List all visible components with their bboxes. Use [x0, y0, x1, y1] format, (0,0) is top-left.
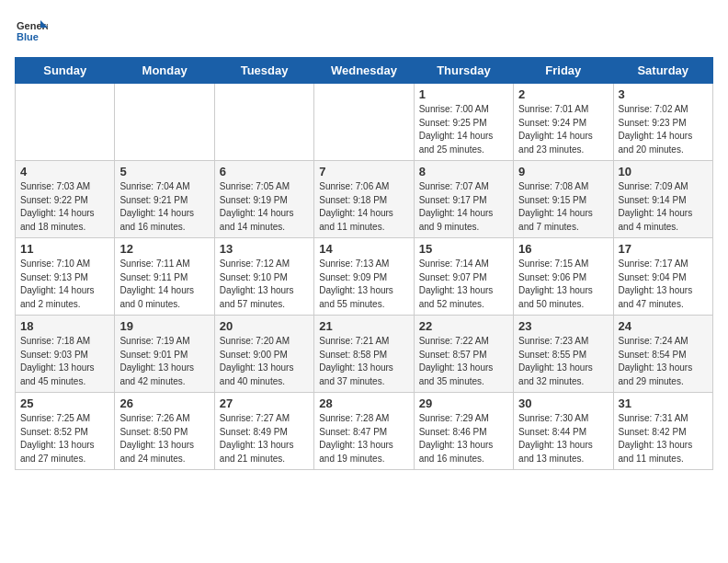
day-number: 26: [119, 396, 209, 410]
calendar-cell: 16Sunrise: 7:15 AM Sunset: 9:06 PM Dayli…: [514, 238, 613, 316]
day-number: 25: [20, 396, 109, 410]
day-info: Sunrise: 7:06 AM Sunset: 9:18 PM Dayligh…: [319, 180, 408, 234]
day-info: Sunrise: 7:07 AM Sunset: 9:17 PM Dayligh…: [419, 180, 508, 234]
calendar-cell: 24Sunrise: 7:24 AM Sunset: 8:54 PM Dayli…: [613, 316, 712, 393]
calendar-cell: 1Sunrise: 7:00 AM Sunset: 9:25 PM Daylig…: [414, 84, 513, 161]
col-header-tuesday: Tuesday: [214, 58, 313, 84]
calendar-cell: [16, 84, 115, 161]
day-info: Sunrise: 7:05 AM Sunset: 9:19 PM Dayligh…: [220, 180, 309, 234]
day-number: 8: [419, 165, 508, 178]
calendar-cell: 13Sunrise: 7:12 AM Sunset: 9:10 PM Dayli…: [214, 238, 313, 316]
col-header-thursday: Thursday: [414, 58, 513, 84]
calendar-cell: 8Sunrise: 7:07 AM Sunset: 9:17 PM Daylig…: [414, 161, 513, 238]
calendar-table: SundayMondayTuesdayWednesdayThursdayFrid…: [15, 57, 713, 470]
calendar-cell: 11Sunrise: 7:10 AM Sunset: 9:13 PM Dayli…: [16, 238, 115, 316]
day-number: 3: [619, 87, 708, 101]
calendar-cell: 29Sunrise: 7:29 AM Sunset: 8:46 PM Dayli…: [414, 393, 513, 470]
day-info: Sunrise: 7:04 AM Sunset: 9:21 PM Dayligh…: [119, 180, 209, 234]
calendar-cell: 14Sunrise: 7:13 AM Sunset: 9:09 PM Dayli…: [314, 238, 414, 316]
calendar-cell: 19Sunrise: 7:19 AM Sunset: 9:01 PM Dayli…: [115, 316, 214, 393]
calendar-cell: 9Sunrise: 7:08 AM Sunset: 9:15 PM Daylig…: [514, 161, 613, 238]
day-info: Sunrise: 7:27 AM Sunset: 8:49 PM Dayligh…: [220, 412, 309, 465]
day-number: 5: [119, 165, 209, 178]
calendar-cell: 5Sunrise: 7:04 AM Sunset: 9:21 PM Daylig…: [115, 161, 214, 238]
day-number: 15: [419, 242, 508, 256]
day-number: 12: [119, 242, 209, 256]
calendar-cell: 25Sunrise: 7:25 AM Sunset: 8:52 PM Dayli…: [16, 393, 115, 470]
calendar-cell: 26Sunrise: 7:26 AM Sunset: 8:50 PM Dayli…: [115, 393, 214, 470]
day-number: 11: [20, 242, 109, 256]
day-info: Sunrise: 7:25 AM Sunset: 8:52 PM Dayligh…: [20, 412, 109, 465]
day-number: 6: [220, 165, 309, 178]
calendar-cell: 6Sunrise: 7:05 AM Sunset: 9:19 PM Daylig…: [214, 161, 313, 238]
page-header: General Blue: [15, 15, 713, 48]
day-info: Sunrise: 7:31 AM Sunset: 8:42 PM Dayligh…: [619, 412, 708, 465]
svg-text:Blue: Blue: [17, 31, 39, 42]
day-number: 19: [119, 319, 209, 333]
logo-icon: General Blue: [15, 15, 48, 48]
day-info: Sunrise: 7:30 AM Sunset: 8:44 PM Dayligh…: [518, 412, 608, 465]
day-info: Sunrise: 7:28 AM Sunset: 8:47 PM Dayligh…: [319, 412, 408, 465]
day-info: Sunrise: 7:20 AM Sunset: 9:00 PM Dayligh…: [220, 335, 309, 388]
day-info: Sunrise: 7:24 AM Sunset: 8:54 PM Dayligh…: [619, 335, 708, 388]
day-info: Sunrise: 7:00 AM Sunset: 9:25 PM Dayligh…: [419, 103, 508, 156]
calendar-cell: 28Sunrise: 7:28 AM Sunset: 8:47 PM Dayli…: [314, 393, 414, 470]
day-number: 14: [319, 242, 408, 256]
day-info: Sunrise: 7:14 AM Sunset: 9:07 PM Dayligh…: [419, 258, 508, 311]
day-info: Sunrise: 7:21 AM Sunset: 8:58 PM Dayligh…: [319, 335, 408, 388]
calendar-cell: 2Sunrise: 7:01 AM Sunset: 9:24 PM Daylig…: [514, 84, 613, 161]
calendar-cell: 27Sunrise: 7:27 AM Sunset: 8:49 PM Dayli…: [214, 393, 313, 470]
day-info: Sunrise: 7:18 AM Sunset: 9:03 PM Dayligh…: [20, 335, 109, 388]
day-info: Sunrise: 7:03 AM Sunset: 9:22 PM Dayligh…: [20, 180, 109, 234]
day-number: 21: [319, 319, 408, 333]
day-info: Sunrise: 7:15 AM Sunset: 9:06 PM Dayligh…: [518, 258, 608, 311]
calendar-cell: 15Sunrise: 7:14 AM Sunset: 9:07 PM Dayli…: [414, 238, 513, 316]
day-info: Sunrise: 7:02 AM Sunset: 9:23 PM Dayligh…: [619, 103, 708, 156]
calendar-cell: 20Sunrise: 7:20 AM Sunset: 9:00 PM Dayli…: [214, 316, 313, 393]
day-info: Sunrise: 7:13 AM Sunset: 9:09 PM Dayligh…: [319, 258, 408, 311]
day-number: 22: [419, 319, 508, 333]
calendar-cell: [214, 84, 313, 161]
day-info: Sunrise: 7:01 AM Sunset: 9:24 PM Dayligh…: [518, 103, 608, 156]
day-number: 16: [518, 242, 608, 256]
day-number: 7: [319, 165, 408, 178]
calendar-cell: 31Sunrise: 7:31 AM Sunset: 8:42 PM Dayli…: [613, 393, 712, 470]
day-number: 20: [220, 319, 309, 333]
day-number: 17: [619, 242, 708, 256]
day-info: Sunrise: 7:19 AM Sunset: 9:01 PM Dayligh…: [119, 335, 209, 388]
day-number: 10: [619, 165, 708, 178]
day-number: 1: [419, 87, 508, 101]
calendar-cell: 30Sunrise: 7:30 AM Sunset: 8:44 PM Dayli…: [514, 393, 613, 470]
day-info: Sunrise: 7:17 AM Sunset: 9:04 PM Dayligh…: [619, 258, 708, 311]
day-info: Sunrise: 7:10 AM Sunset: 9:13 PM Dayligh…: [20, 258, 109, 311]
logo: General Blue: [15, 15, 48, 48]
calendar-cell: 12Sunrise: 7:11 AM Sunset: 9:11 PM Dayli…: [115, 238, 214, 316]
day-number: 28: [319, 396, 408, 410]
calendar-cell: [314, 84, 414, 161]
calendar-cell: [115, 84, 214, 161]
day-info: Sunrise: 7:29 AM Sunset: 8:46 PM Dayligh…: [419, 412, 508, 465]
col-header-sunday: Sunday: [16, 58, 115, 84]
col-header-friday: Friday: [514, 58, 613, 84]
day-info: Sunrise: 7:11 AM Sunset: 9:11 PM Dayligh…: [119, 258, 209, 311]
calendar-cell: 17Sunrise: 7:17 AM Sunset: 9:04 PM Dayli…: [613, 238, 712, 316]
day-info: Sunrise: 7:09 AM Sunset: 9:14 PM Dayligh…: [619, 180, 708, 234]
day-info: Sunrise: 7:23 AM Sunset: 8:55 PM Dayligh…: [518, 335, 608, 388]
day-number: 13: [220, 242, 309, 256]
day-number: 29: [419, 396, 508, 410]
col-header-wednesday: Wednesday: [314, 58, 414, 84]
day-number: 2: [518, 87, 608, 101]
day-number: 31: [619, 396, 708, 410]
calendar-cell: 7Sunrise: 7:06 AM Sunset: 9:18 PM Daylig…: [314, 161, 414, 238]
calendar-cell: 18Sunrise: 7:18 AM Sunset: 9:03 PM Dayli…: [16, 316, 115, 393]
calendar-cell: 10Sunrise: 7:09 AM Sunset: 9:14 PM Dayli…: [613, 161, 712, 238]
calendar-cell: 23Sunrise: 7:23 AM Sunset: 8:55 PM Dayli…: [514, 316, 613, 393]
calendar-cell: 3Sunrise: 7:02 AM Sunset: 9:23 PM Daylig…: [613, 84, 712, 161]
col-header-saturday: Saturday: [613, 58, 712, 84]
day-number: 18: [20, 319, 109, 333]
calendar-cell: 21Sunrise: 7:21 AM Sunset: 8:58 PM Dayli…: [314, 316, 414, 393]
col-header-monday: Monday: [115, 58, 214, 84]
calendar-cell: 4Sunrise: 7:03 AM Sunset: 9:22 PM Daylig…: [16, 161, 115, 238]
day-number: 23: [518, 319, 608, 333]
day-info: Sunrise: 7:08 AM Sunset: 9:15 PM Dayligh…: [518, 180, 608, 234]
